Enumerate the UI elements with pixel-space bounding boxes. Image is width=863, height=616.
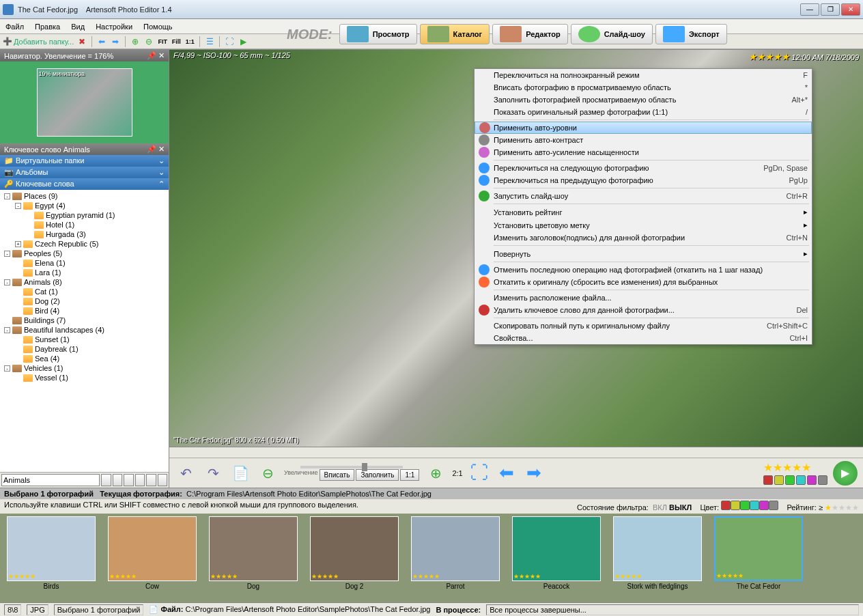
ctx-item[interactable]: Установить цветовую метку▸ (475, 219, 812, 232)
kw-btn-4[interactable] (135, 474, 145, 486)
kw-btn-3[interactable] (124, 474, 134, 486)
zoom-out-icon[interactable]: ⊖ (257, 462, 279, 484)
rotate-right-icon[interactable]: ↷ (202, 462, 224, 484)
zoom-out-icon[interactable]: ⊖ (143, 36, 154, 47)
zoom-in-icon[interactable]: ⊕ (425, 462, 447, 484)
keywords-header[interactable]: 🔑 Ключевые слова⌃ (0, 178, 169, 190)
fill-button[interactable]: Fill (171, 36, 182, 47)
tree-item[interactable]: -Egypt (4) (1, 201, 167, 210)
tree-item[interactable]: Sunset (1) (1, 335, 167, 344)
mode-slideshow[interactable]: Слайд-шоу (571, 24, 653, 44)
tree-item[interactable]: +Czech Republic (5) (1, 239, 167, 249)
menu-file[interactable]: Файл (5, 23, 24, 31)
minimize-button[interactable]: — (800, 3, 819, 16)
tree-item[interactable]: Dog (2) (1, 296, 167, 306)
tree-item[interactable]: -Peoples (5) (1, 249, 167, 258)
menu-help[interactable]: Помощь (143, 23, 173, 31)
tree-item[interactable]: -Vehicles (1) (1, 363, 167, 373)
tree-item[interactable]: Cat (1) (1, 287, 167, 296)
ctx-item[interactable]: Показать оригинальный размер фотографии … (475, 106, 812, 118)
color-tag[interactable] (763, 475, 773, 485)
ctx-item[interactable]: Свойства...Ctrl+I (475, 332, 812, 344)
thumbnail[interactable]: ★★★★★Cow (108, 516, 197, 600)
color-tag[interactable] (807, 475, 817, 485)
ctx-item[interactable]: Откатить к оригиналу (сбросить все измен… (475, 276, 812, 288)
ctx-item[interactable]: Переключиться на полноэкранный режимF (475, 69, 812, 81)
ctx-item[interactable]: Вписать фотографию в просматриваемую обл… (475, 81, 812, 94)
mode-view[interactable]: Просмотр (339, 24, 417, 44)
kw-btn-1[interactable] (101, 474, 111, 486)
tree-item[interactable]: -Places (9) (1, 191, 167, 201)
next-photo-icon[interactable]: ➡ (523, 462, 545, 484)
ctx-item[interactable]: Установить рейтинг▸ (475, 206, 812, 219)
menu-edit[interactable]: Правка (35, 23, 60, 31)
albums-header[interactable]: 📷 Альбомы⌄ (0, 167, 169, 178)
thumbnail[interactable]: ★★★★★Stork with fledglings (613, 516, 702, 600)
delete-icon[interactable]: ✖ (76, 36, 87, 47)
mode-catalog[interactable]: Каталог (420, 24, 490, 44)
fit-button[interactable]: FIT (157, 36, 168, 47)
menu-settings[interactable]: Настройки (96, 23, 132, 31)
ctx-item[interactable]: Удалить ключевое слово для данной фотогр… (475, 304, 812, 316)
tree-item[interactable]: Lara (1) (1, 268, 167, 277)
rotate-left-icon[interactable]: ↶ (175, 462, 197, 484)
virtual-folders-header[interactable]: 📁 Виртуальные папки⌄ (0, 155, 169, 167)
zoom-in-icon[interactable]: ⊕ (130, 36, 141, 47)
tree-item[interactable]: Hurgada (3) (1, 229, 167, 239)
thumbnail[interactable]: ★★★★★Parrot (411, 516, 500, 600)
ctx-item[interactable]: Применить авто-уровни (475, 122, 812, 134)
navigator-preview[interactable] (0, 61, 169, 143)
close-button[interactable]: ✕ (841, 3, 860, 16)
prev-photo-icon[interactable]: ⬅ (496, 462, 518, 484)
kw-btn-5[interactable] (146, 474, 156, 486)
ctx-item[interactable]: Заполнить фотографией просматриваемую об… (475, 94, 812, 106)
add-folder-button[interactable]: ➕ Добавить папку... (3, 37, 74, 46)
ctx-item[interactable]: Применить авто-контраст (475, 134, 812, 146)
h-scrollbar[interactable] (169, 447, 863, 458)
ctx-item[interactable]: Изменить заголовок(подпись) для данной ф… (475, 232, 812, 244)
keyword-input[interactable] (1, 474, 100, 486)
color-tag-picker[interactable] (763, 475, 827, 485)
color-tag[interactable] (774, 475, 784, 485)
navigator-thumb[interactable] (37, 68, 132, 137)
kw-btn-6[interactable] (158, 474, 168, 486)
tree-item[interactable]: Buildings (7) (1, 316, 167, 325)
tree-item[interactable]: -Beautiful landscapes (4) (1, 325, 167, 335)
thumbnail[interactable]: ★★★★★Birds (7, 516, 96, 600)
ctx-item[interactable]: Изменить расположение файла... (475, 292, 812, 304)
thumbnail[interactable]: ★★★★★Dog 2 (310, 516, 399, 600)
tree-item[interactable]: Elena (1) (1, 258, 167, 268)
tree-item[interactable]: Daybreak (1) (1, 344, 167, 354)
tree-item[interactable]: Vessel (1) (1, 373, 167, 382)
mode-editor[interactable]: Редактор (492, 24, 567, 44)
thumbnail[interactable]: ★★★★★Dog (209, 516, 298, 600)
tree-item[interactable]: -Animals (8) (1, 277, 167, 287)
note-icon[interactable]: 📄 (229, 462, 251, 484)
ctx-item[interactable]: Повернуть▸ (475, 247, 812, 260)
ctx-item[interactable]: Переключиться на предыдущую фотографиюPg… (475, 174, 812, 186)
thumbnail[interactable]: ★★★★★Peacock (512, 516, 601, 600)
color-tag[interactable] (785, 475, 795, 485)
fullscreen-icon[interactable]: ⛶ (224, 36, 235, 47)
ctx-item[interactable]: Скопировать полный путь к оригинальному … (475, 320, 812, 332)
zoom-one[interactable]: 1:1 (400, 469, 419, 481)
rating-picker[interactable]: ★★★★★ (763, 461, 827, 474)
ctx-item[interactable]: Применить авто-усиление насыщенности (475, 146, 812, 158)
ctx-item[interactable]: Переключиться на следующую фотографиюPgD… (475, 162, 812, 174)
color-tag[interactable] (818, 475, 827, 485)
fullscreen-icon[interactable]: ⛶ (468, 462, 490, 484)
one-to-one-button[interactable]: 1:1 (184, 36, 195, 47)
tree-item[interactable]: Sea (4) (1, 354, 167, 363)
zoom-fit[interactable]: Вписать (320, 469, 355, 481)
ctx-item[interactable]: Отменить последнюю операцию над фотограф… (475, 264, 812, 276)
zoom-slider[interactable] (300, 466, 403, 468)
tree-item[interactable]: Hotel (1) (1, 220, 167, 229)
play-icon[interactable]: ▶ (238, 36, 249, 47)
thumbnail[interactable]: ★★★★★The Cat Fedor (714, 516, 803, 600)
color-tag[interactable] (796, 475, 806, 485)
prev-icon[interactable]: ⬅ (96, 36, 107, 47)
maximize-button[interactable]: ❐ (821, 3, 840, 16)
mode-export[interactable]: Экспорт (655, 24, 727, 44)
menu-view[interactable]: Вид (71, 23, 85, 31)
next-icon[interactable]: ➡ (110, 36, 121, 47)
